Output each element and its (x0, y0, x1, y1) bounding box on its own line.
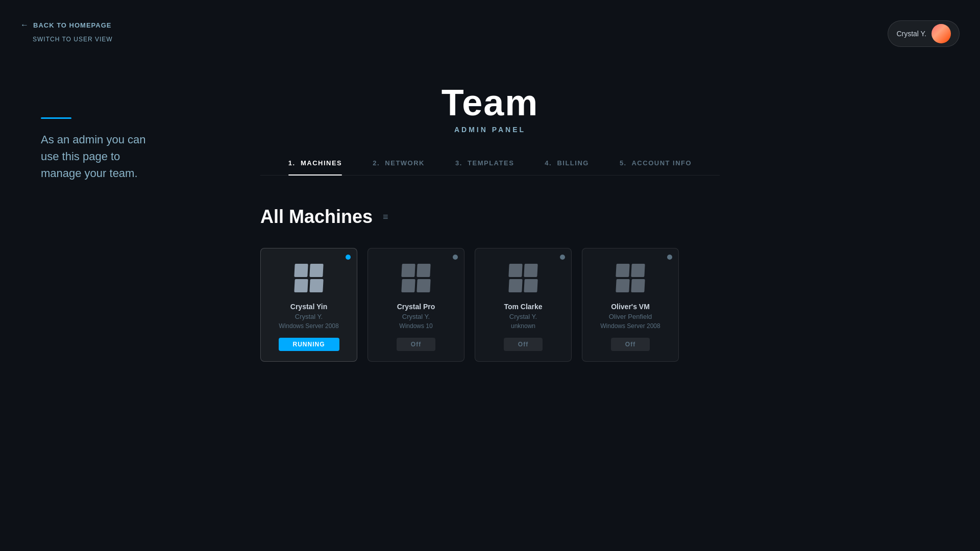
page-title: Team (442, 82, 539, 123)
windows-logo-icon (616, 264, 645, 292)
nav-left: ← BACK TO HOMEPAGE SWITCH TO USER VIEW (20, 20, 113, 43)
status-dot-offline (560, 255, 565, 260)
windows-logo-icon (402, 264, 430, 292)
sidebar-accent-line (41, 117, 71, 119)
card-machine-name: Tom Clarke (504, 303, 542, 311)
filter-icon[interactable]: ≡ (383, 212, 388, 222)
machine-card-crystal-yin[interactable]: Crystal Yin Crystal Y. Windows Server 20… (260, 248, 357, 362)
machine-running-button[interactable]: RUNNING (279, 338, 339, 351)
page-subtitle: ADMIN PANEL (454, 126, 526, 134)
machines-header: All Machines ≡ (260, 206, 720, 228)
machine-card-tom-clarke[interactable]: Tom Clarke Crystal Y. unknown Off (475, 248, 572, 362)
machine-off-button[interactable]: Off (611, 338, 650, 351)
card-owner: Oliver Penfield (609, 313, 652, 320)
status-dot-offline (667, 255, 672, 260)
status-dot-offline (453, 255, 458, 260)
card-os: unknown (511, 322, 535, 330)
tab-network[interactable]: 2. NETWORK (373, 159, 425, 175)
card-os: Windows Server 2008 (279, 322, 338, 330)
top-navigation: ← BACK TO HOMEPAGE SWITCH TO USER VIEW C… (0, 0, 980, 82)
machines-cards-grid: Crystal Yin Crystal Y. Windows Server 20… (260, 248, 720, 362)
back-arrow-icon: ← (20, 20, 29, 30)
windows-logo-icon (295, 264, 323, 292)
avatar (932, 24, 951, 43)
tab-billing[interactable]: 4. BILLING (545, 159, 589, 175)
card-machine-name: Crystal Yin (290, 303, 327, 311)
status-dot-online (346, 255, 351, 260)
machine-off-button[interactable]: Off (397, 338, 435, 351)
machine-card-olivers-vm[interactable]: Oliver's VM Oliver Penfield Windows Serv… (582, 248, 679, 362)
sidebar-description-text: As an admin you can use this page to man… (41, 131, 163, 182)
tabs-container: 1. MACHINES 2. NETWORK 3. TEMPLATES 4. B… (260, 159, 720, 176)
machine-off-button[interactable]: Off (504, 338, 543, 351)
windows-logo-icon (509, 264, 537, 292)
machine-card-crystal-pro[interactable]: Crystal Pro Crystal Y. Windows 10 Off (368, 248, 464, 362)
card-os: Windows 10 (399, 322, 432, 330)
card-owner: Crystal Y. (295, 313, 323, 320)
card-owner: Crystal Y. (402, 313, 430, 320)
machines-section-title: All Machines (260, 206, 373, 228)
back-to-homepage-link[interactable]: ← BACK TO HOMEPAGE (20, 20, 113, 30)
machines-section: All Machines ≡ Crystal Yin Crystal Y. Wi… (260, 206, 720, 362)
tab-templates[interactable]: 3. TEMPLATES (455, 159, 514, 175)
tab-account-info[interactable]: 5. ACCOUNT INFO (620, 159, 692, 175)
sidebar-description-section: As an admin you can use this page to man… (41, 117, 163, 182)
card-owner: Crystal Y. (509, 313, 537, 320)
card-os: Windows Server 2008 (600, 322, 660, 330)
user-name: Crystal Y. (896, 30, 926, 38)
card-machine-name: Crystal Pro (397, 303, 435, 311)
card-machine-name: Oliver's VM (611, 303, 650, 311)
user-badge[interactable]: Crystal Y. (888, 20, 960, 47)
tab-machines[interactable]: 1. MACHINES (288, 159, 342, 175)
back-label: BACK TO HOMEPAGE (33, 21, 111, 29)
switch-to-user-view-link[interactable]: SWITCH TO USER VIEW (33, 36, 113, 43)
